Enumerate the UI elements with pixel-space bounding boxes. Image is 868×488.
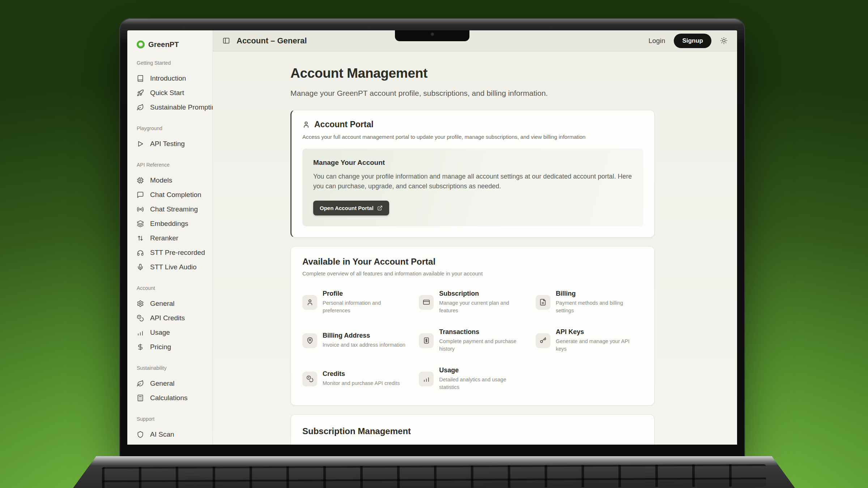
leaf-icon bbox=[137, 380, 144, 387]
feature-text: Billing AddressInvoice and tax address i… bbox=[323, 332, 405, 349]
feature-title: Credits bbox=[323, 370, 400, 378]
signup-button[interactable]: Signup bbox=[674, 34, 711, 48]
topbar-right: Login Signup bbox=[648, 34, 728, 48]
sidebar-item-general[interactable]: General bbox=[137, 296, 209, 311]
feature-description: Complete payment and purchase history bbox=[439, 338, 522, 353]
sidebar-item-label: Sustainable Prompting bbox=[150, 103, 213, 111]
sidebar-nav: Getting StartedIntroductionQuick StartSu… bbox=[137, 60, 209, 442]
sidebar-item-chat-completion[interactable]: Chat Completion bbox=[137, 188, 209, 202]
sidebar-item-embeddings[interactable]: Embeddings bbox=[137, 217, 209, 231]
sun-icon[interactable] bbox=[720, 37, 728, 44]
login-link[interactable]: Login bbox=[648, 37, 665, 45]
feature-description: Manage your current plan and features bbox=[439, 299, 522, 314]
sidebar-item-introduction[interactable]: Introduction bbox=[137, 71, 209, 86]
features-card: Available in Your Account Portal Complet… bbox=[290, 246, 655, 406]
dollar-icon bbox=[137, 343, 144, 351]
layers-icon bbox=[137, 220, 144, 227]
sidebar-item-label: Pricing bbox=[150, 343, 171, 351]
feature-usage: UsageDetailed analytics and usage statis… bbox=[419, 363, 526, 394]
sidebar-section-label: Getting Started bbox=[137, 60, 209, 66]
features-card-title: Available in Your Account Portal bbox=[302, 257, 643, 267]
sidebar-item-chat-streaming[interactable]: Chat Streaming bbox=[137, 202, 209, 217]
sidebar-item-label: Introduction bbox=[150, 74, 186, 82]
coins-icon bbox=[302, 372, 317, 386]
sort-icon bbox=[137, 235, 144, 242]
sidebar-item-label: Chat Completion bbox=[150, 191, 201, 199]
laptop-mockup: GreenPT Getting StartedIntroductionQuick… bbox=[119, 18, 745, 457]
subscription-management-card: Subscription Management bbox=[290, 414, 655, 445]
content-area: Account Management Manage your GreenPT a… bbox=[213, 51, 737, 445]
feature-title: Usage bbox=[439, 367, 522, 374]
webcam-icon bbox=[431, 33, 434, 36]
sidebar-item-reranker[interactable]: Reranker bbox=[137, 231, 209, 245]
camera-notch bbox=[395, 30, 469, 41]
sidebar-section: SupportAI Scan bbox=[137, 416, 209, 442]
sidebar-section-label: Sustainability bbox=[137, 365, 209, 371]
panel-body: You can change your profile information … bbox=[313, 172, 633, 191]
brand[interactable]: GreenPT bbox=[137, 40, 209, 49]
sidebar-item-quick-start[interactable]: Quick Start bbox=[137, 86, 209, 100]
features-card-subtitle: Complete overview of all features and in… bbox=[302, 270, 643, 277]
map-pin-icon bbox=[302, 333, 317, 348]
feature-description: Generate and manage your API keys bbox=[556, 338, 639, 353]
topbar: Account – General Login Signup bbox=[213, 30, 737, 51]
coins-icon bbox=[137, 314, 144, 322]
sidebar-item-ai-scan[interactable]: AI Scan bbox=[137, 427, 209, 442]
sidebar-item-label: General bbox=[150, 380, 175, 388]
sidebar-item-api-credits[interactable]: API Credits bbox=[137, 311, 209, 325]
credit-card-icon bbox=[419, 295, 434, 310]
feature-text: API KeysGenerate and manage your API key… bbox=[556, 328, 639, 353]
feature-subscription: SubscriptionManage your current plan and… bbox=[419, 287, 526, 318]
feature-billing-address: Billing AddressInvoice and tax address i… bbox=[302, 325, 409, 356]
sidebar-item-calculations[interactable]: Calculations bbox=[137, 391, 209, 405]
sidebar-item-label: Models bbox=[150, 176, 172, 184]
sidebar-toggle-icon[interactable] bbox=[222, 37, 230, 44]
sidebar-item-usage[interactable]: Usage bbox=[137, 325, 209, 340]
sidebar-section: Getting StartedIntroductionQuick StartSu… bbox=[137, 60, 209, 115]
feature-title: Subscription bbox=[439, 290, 522, 297]
feature-profile: ProfilePersonal information and preferen… bbox=[302, 287, 409, 318]
feature-text: SubscriptionManage your current plan and… bbox=[439, 290, 522, 314]
sidebar-item-stt-live-audio[interactable]: STT Live Audio bbox=[137, 260, 209, 274]
sidebar-item-sustainable-prompting[interactable]: Sustainable Prompting bbox=[137, 100, 209, 115]
chat-icon bbox=[137, 191, 144, 198]
sidebar-section: API ReferenceModelsChat CompletionChat S… bbox=[137, 162, 209, 274]
feature-title: Billing Address bbox=[323, 332, 405, 339]
sidebar-section-label: Account bbox=[137, 285, 209, 291]
gear-icon bbox=[137, 300, 144, 307]
sidebar-item-label: STT Pre-recorded bbox=[150, 249, 205, 257]
feature-title: Transactions bbox=[439, 328, 522, 336]
book-icon bbox=[137, 75, 144, 82]
portal-card-header: Account Portal bbox=[302, 120, 643, 129]
sidebar-item-label: STT Live Audio bbox=[150, 263, 197, 271]
feature-title: API Keys bbox=[556, 328, 639, 336]
bars-icon bbox=[419, 372, 434, 386]
manage-account-panel: Manage Your Account You can change your … bbox=[302, 149, 643, 226]
open-account-portal-button[interactable]: Open Account Portal bbox=[313, 201, 389, 215]
panel-title: Manage Your Account bbox=[313, 159, 633, 167]
keyboard-keys bbox=[102, 464, 766, 488]
feature-text: BillingPayment methods and billing setti… bbox=[556, 290, 639, 314]
feature-text: ProfilePersonal information and preferen… bbox=[323, 290, 406, 314]
sidebar-item-api-testing[interactable]: API Testing bbox=[137, 137, 209, 151]
user-icon bbox=[302, 121, 310, 128]
feature-description: Invoice and tax address information bbox=[323, 341, 405, 349]
sidebar-item-general[interactable]: General bbox=[137, 376, 209, 391]
sidebar-item-models[interactable]: Models bbox=[137, 173, 209, 188]
sidebar-item-pricing[interactable]: Pricing bbox=[137, 340, 209, 354]
laptop-screen: GreenPT Getting StartedIntroductionQuick… bbox=[127, 30, 737, 445]
sidebar-item-label: Reranker bbox=[150, 234, 178, 242]
sidebar-item-stt-pre-recorded[interactable]: STT Pre-recorded bbox=[137, 245, 209, 260]
sidebar-section: SustainabilityGeneralCalculations bbox=[137, 365, 209, 405]
feature-transactions: TransactionsComplete payment and purchas… bbox=[419, 325, 526, 356]
sidebar-item-label: Embeddings bbox=[150, 220, 188, 228]
sidebar-section-label: Playground bbox=[137, 125, 209, 132]
sidebar-section: PlaygroundAPI Testing bbox=[137, 125, 209, 151]
main-area: Account – General Login Signup Account M… bbox=[213, 30, 737, 445]
external-link-icon bbox=[377, 205, 383, 211]
play-icon bbox=[137, 140, 144, 147]
sidebar-item-label: API Testing bbox=[150, 140, 185, 148]
page-subtitle: Manage your GreenPT account profile, sub… bbox=[290, 89, 655, 98]
portal-card-title: Account Portal bbox=[314, 120, 374, 129]
sidebar-item-label: AI Scan bbox=[150, 431, 174, 438]
